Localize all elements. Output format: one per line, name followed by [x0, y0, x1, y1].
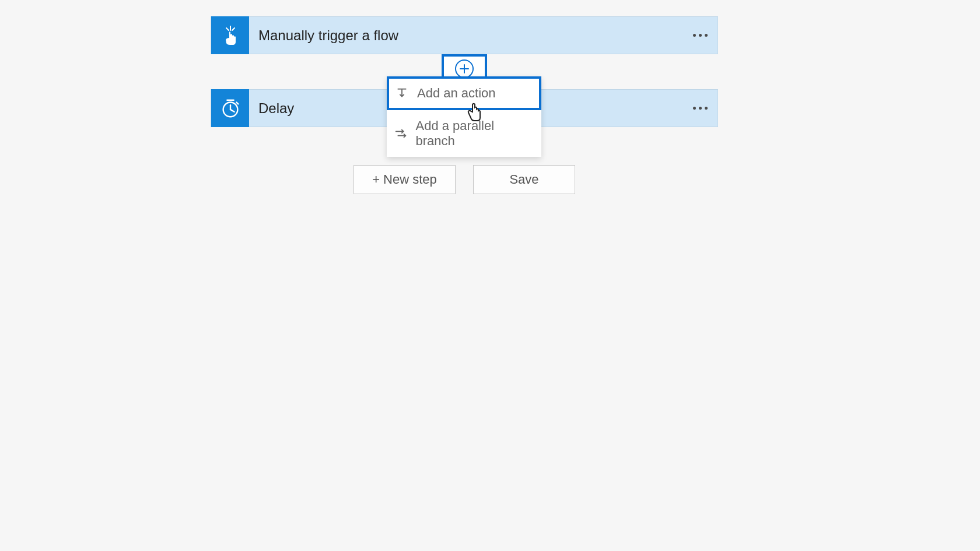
- ellipsis-icon: [693, 107, 708, 110]
- ellipsis-icon: [693, 34, 708, 37]
- new-step-button[interactable]: + New step: [354, 165, 456, 194]
- menu-item-label: Add an action: [417, 86, 496, 101]
- add-action-icon: [395, 86, 409, 100]
- save-label: Save: [509, 172, 538, 187]
- save-button[interactable]: Save: [473, 165, 575, 194]
- insert-step-menu: Add an action Add a parallel branch: [387, 76, 541, 157]
- menu-item-add-action[interactable]: Add an action: [387, 76, 541, 110]
- menu-item-label: Add a parallel branch: [415, 118, 534, 149]
- parallel-branch-icon: [394, 127, 407, 141]
- footer-buttons: + New step Save: [354, 165, 575, 194]
- trigger-card-manual[interactable]: Manually trigger a flow: [211, 16, 718, 54]
- card-more-menu[interactable]: [682, 34, 718, 37]
- trigger-card-title: Manually trigger a flow: [249, 27, 682, 44]
- plus-icon: [455, 59, 474, 78]
- new-step-label: + New step: [372, 172, 437, 187]
- delay-icon: [211, 89, 249, 127]
- menu-item-add-parallel-branch[interactable]: Add a parallel branch: [387, 110, 541, 157]
- flow-designer-canvas: Manually trigger a flow Delay: [0, 0, 980, 551]
- manual-trigger-icon: [211, 16, 249, 54]
- card-more-menu[interactable]: [682, 107, 718, 110]
